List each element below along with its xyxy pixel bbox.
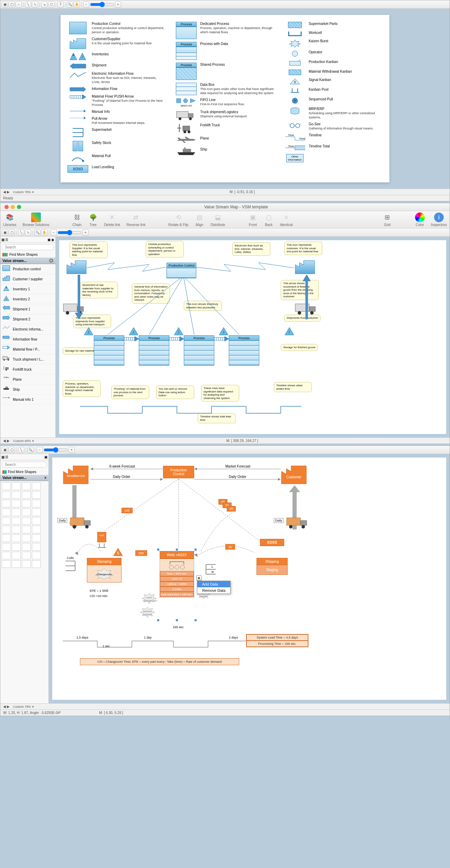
metall-factory[interactable]: Metallservice [63, 464, 89, 485]
grid-shape[interactable] [22, 491, 31, 499]
grid-shape[interactable] [2, 517, 11, 525]
sb-btn4[interactable]: ◉ [51, 238, 54, 242]
grid-shape[interactable] [32, 508, 41, 516]
sidebar-item-inventory-2[interactable]: IInventory 2 [0, 294, 55, 304]
zoom-slider-3[interactable] [44, 447, 68, 453]
tool-conn2[interactable]: ⤡ [25, 229, 31, 236]
tool3-zoom[interactable]: 🔍 [27, 447, 34, 453]
grid-shape[interactable] [32, 491, 41, 499]
sb-btn3[interactable]: ▣ [47, 238, 51, 242]
sidebar-item-electronic-informa-[interactable]: Electronic informa... [0, 324, 55, 334]
sidebar-item-inventory-1[interactable]: Inventory 1 [0, 284, 55, 294]
grid-shape[interactable] [12, 500, 21, 507]
lib-header-3[interactable]: Value stream...× [0, 475, 48, 481]
tool-circle[interactable]: ○ [16, 1, 22, 8]
shipping-box[interactable]: Shipping Staging [256, 558, 288, 575]
grid-shape[interactable] [2, 543, 11, 551]
sb3-v1[interactable]: ▦ [1, 455, 4, 459]
prodctrl-3[interactable]: Production Control [163, 466, 194, 478]
sb-view2[interactable]: ☰ [5, 238, 8, 242]
weld-box[interactable]: Weld +ASSY Take = 58.6 sec. C/O = 0 Upti… [160, 551, 194, 597]
grid-shape[interactable] [2, 500, 11, 507]
tool3-zo[interactable]: − [37, 447, 43, 453]
sidebar-item-shipment-2[interactable]: Shipment 2 [0, 314, 55, 324]
grid-shape[interactable] [32, 534, 41, 542]
signal-kanban[interactable]: S [113, 548, 123, 557]
zoom-slider-2[interactable] [57, 230, 82, 235]
menu-remove-data[interactable]: Remove Data [197, 587, 230, 594]
tb-inspectors[interactable]: iInspectors [431, 213, 447, 227]
sidebar-item-information-flow[interactable]: Information flow [0, 334, 55, 344]
customer-factory-3[interactable]: Customer [281, 464, 307, 485]
tb-libraries[interactable]: 📚Libraries [3, 213, 16, 227]
grid-shape[interactable] [32, 560, 41, 568]
window-controls[interactable] [2, 205, 24, 209]
zoom-slider-1[interactable] [90, 2, 114, 7]
tool-line[interactable]: ╲ [25, 1, 31, 8]
tool-text[interactable]: T [57, 1, 64, 8]
tool-zoom-out[interactable]: − [83, 1, 89, 8]
sidebar-item-manual-info-1[interactable]: Manual info 1 [0, 395, 55, 405]
grid-shape[interactable] [2, 482, 11, 490]
grid-shape[interactable] [12, 543, 21, 551]
process-3[interactable]: Process [184, 335, 214, 365]
tool-zoom-in[interactable]: + [115, 1, 121, 8]
process-2[interactable]: Process [139, 335, 169, 365]
grid-shape[interactable] [22, 552, 31, 559]
tool3-1[interactable]: ▣ [2, 447, 8, 453]
tote-label[interactable]: tote [135, 550, 147, 556]
tool-arrow[interactable]: ↘ [41, 1, 47, 8]
supplier-factory[interactable] [66, 259, 87, 274]
tb-identical[interactable]: ≡Identical [280, 213, 292, 227]
tool-line2[interactable]: ╲ [18, 229, 24, 236]
stamping-box[interactable]: Stamping Changeover [87, 558, 122, 582]
grid-shape[interactable] [2, 534, 11, 542]
grid-shape[interactable] [2, 560, 11, 568]
tb-color[interactable]: Color [415, 213, 425, 227]
lib-header-2[interactable]: Value stream...× [0, 257, 55, 264]
prod-control-box[interactable]: Production Control [166, 263, 196, 278]
grid-shape[interactable] [2, 552, 11, 559]
sb-view1[interactable]: ▦ [1, 238, 4, 242]
truck-3-l[interactable] [70, 516, 94, 529]
tool-conn1[interactable]: ⤡ [32, 1, 38, 8]
grid-shape[interactable] [22, 526, 31, 533]
truck-3-r[interactable] [286, 516, 310, 529]
tb-back[interactable]: ▢Back [264, 213, 273, 227]
tb-tree[interactable]: 🌳Tree [88, 213, 98, 227]
sidebar-item-forklift-truck[interactable]: Forklift truck [0, 364, 55, 374]
search-input-3[interactable] [2, 462, 47, 468]
grid-shape[interactable] [12, 491, 21, 499]
sidebar-item-material-flow-p-[interactable]: Material flow / P... [0, 344, 55, 354]
grid-shape[interactable] [22, 500, 31, 507]
tool-pointer[interactable]: ▣ [2, 1, 8, 8]
canvas-2[interactable]: This icon represents Supplier. It is the… [59, 240, 446, 434]
sidebar-item-truck-shipment-l-[interactable]: Truck shipment / L... [0, 354, 55, 364]
tb-delete-link[interactable]: ✕Delete link [104, 213, 120, 227]
grid-shape[interactable] [32, 552, 41, 559]
grid-shape[interactable] [32, 517, 41, 525]
process-4[interactable]: Process [229, 335, 259, 365]
tb-grid[interactable]: ⊞Grid [382, 213, 392, 227]
sidebar-item-customer-supplier[interactable]: Customer / supplier [0, 274, 55, 284]
tool3-zi[interactable]: + [69, 447, 75, 453]
tb-rotate[interactable]: ⟲Rotate & Flip [168, 213, 188, 227]
search-input-2[interactable] [2, 244, 54, 250]
customer-factory[interactable] [295, 259, 315, 274]
grid-shape[interactable] [22, 517, 31, 525]
grid-shape[interactable] [12, 508, 21, 516]
grid-shape[interactable] [22, 508, 31, 516]
sidebar-item-ship[interactable]: Ship [0, 385, 55, 395]
grid-shape[interactable] [2, 526, 11, 533]
tool-hand2[interactable]: ✋ [41, 229, 47, 236]
sidebar-item-plane[interactable]: Plane [0, 374, 55, 385]
tool3-3[interactable]: ╲ [18, 447, 24, 453]
find-more-3[interactable]: Find More Shapes [0, 469, 48, 475]
tool-zoomin2[interactable]: + [82, 229, 89, 236]
grid-shape[interactable] [22, 560, 31, 568]
grid-shape[interactable] [32, 526, 41, 533]
grid-shape[interactable] [12, 552, 21, 559]
grid-shape[interactable] [22, 543, 31, 551]
sidebar-item-production-control[interactable]: Production control [0, 264, 55, 274]
grid-shape[interactable] [12, 517, 21, 525]
